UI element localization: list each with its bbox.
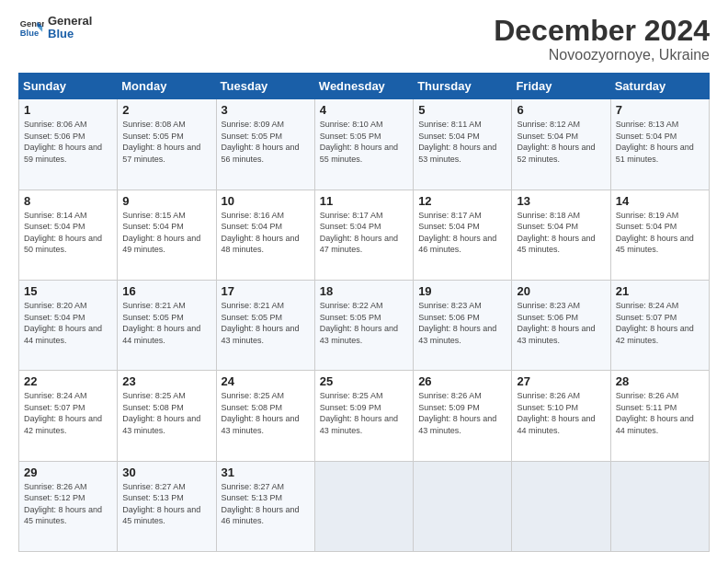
calendar-cell bbox=[512, 461, 610, 551]
day-number: 12 bbox=[418, 194, 506, 208]
day-info: Sunrise: 8:22 AMSunset: 5:05 PMDaylight:… bbox=[320, 300, 408, 346]
calendar-cell: 16Sunrise: 8:21 AMSunset: 5:05 PMDayligh… bbox=[118, 280, 216, 370]
day-info: Sunrise: 8:26 AMSunset: 5:12 PMDaylight:… bbox=[24, 481, 112, 527]
calendar-cell: 13Sunrise: 8:18 AMSunset: 5:04 PMDayligh… bbox=[512, 190, 610, 280]
calendar-cell: 4Sunrise: 8:10 AMSunset: 5:05 PMDaylight… bbox=[314, 99, 413, 190]
day-info: Sunrise: 8:21 AMSunset: 5:05 PMDaylight:… bbox=[122, 300, 210, 346]
calendar-cell: 19Sunrise: 8:23 AMSunset: 5:06 PMDayligh… bbox=[414, 280, 512, 370]
day-number: 3 bbox=[222, 103, 310, 117]
calendar-cell: 26Sunrise: 8:26 AMSunset: 5:09 PMDayligh… bbox=[414, 371, 512, 461]
day-info: Sunrise: 8:06 AMSunset: 5:06 PMDaylight:… bbox=[24, 119, 112, 165]
calendar-cell: 25Sunrise: 8:25 AMSunset: 5:09 PMDayligh… bbox=[314, 371, 413, 461]
logo: General Blue General Blue bbox=[18, 15, 92, 41]
day-number: 7 bbox=[616, 103, 704, 117]
calendar-week-2: 8Sunrise: 8:14 AMSunset: 5:04 PMDaylight… bbox=[19, 190, 710, 280]
day-number: 20 bbox=[517, 284, 605, 298]
calendar-cell bbox=[314, 461, 413, 551]
day-info: Sunrise: 8:21 AMSunset: 5:05 PMDaylight:… bbox=[222, 300, 310, 346]
calendar-cell bbox=[610, 461, 709, 551]
svg-text:Blue: Blue bbox=[20, 29, 39, 39]
day-info: Sunrise: 8:12 AMSunset: 5:04 PMDaylight:… bbox=[517, 119, 605, 165]
day-info: Sunrise: 8:15 AMSunset: 5:04 PMDaylight:… bbox=[122, 210, 210, 256]
calendar-cell bbox=[414, 461, 512, 551]
calendar-cell: 28Sunrise: 8:26 AMSunset: 5:11 PMDayligh… bbox=[610, 371, 709, 461]
calendar-cell: 14Sunrise: 8:19 AMSunset: 5:04 PMDayligh… bbox=[610, 190, 709, 280]
day-number: 4 bbox=[320, 103, 408, 117]
day-info: Sunrise: 8:25 AMSunset: 5:09 PMDaylight:… bbox=[320, 390, 408, 436]
day-number: 1 bbox=[24, 103, 112, 117]
day-number: 9 bbox=[122, 194, 210, 208]
calendar-title: December 2024 bbox=[494, 15, 710, 47]
day-number: 27 bbox=[517, 374, 605, 388]
calendar-cell: 17Sunrise: 8:21 AMSunset: 5:05 PMDayligh… bbox=[216, 280, 314, 370]
header-sunday: Sunday bbox=[19, 74, 118, 99]
calendar-cell: 23Sunrise: 8:25 AMSunset: 5:08 PMDayligh… bbox=[118, 371, 216, 461]
day-number: 13 bbox=[517, 194, 605, 208]
logo-text-blue: Blue bbox=[48, 28, 92, 40]
title-block: December 2024 Novoozyornoye, Ukraine bbox=[494, 15, 710, 63]
calendar-cell: 30Sunrise: 8:27 AMSunset: 5:13 PMDayligh… bbox=[118, 461, 216, 551]
day-number: 29 bbox=[24, 465, 112, 479]
day-info: Sunrise: 8:23 AMSunset: 5:06 PMDaylight:… bbox=[517, 300, 605, 346]
calendar-week-4: 22Sunrise: 8:24 AMSunset: 5:07 PMDayligh… bbox=[19, 371, 710, 461]
day-info: Sunrise: 8:23 AMSunset: 5:06 PMDaylight:… bbox=[418, 300, 506, 346]
day-number: 8 bbox=[24, 194, 112, 208]
calendar-cell: 24Sunrise: 8:25 AMSunset: 5:08 PMDayligh… bbox=[216, 371, 314, 461]
logo-text-general: General bbox=[48, 15, 92, 28]
day-info: Sunrise: 8:24 AMSunset: 5:07 PMDaylight:… bbox=[616, 300, 704, 346]
day-number: 6 bbox=[517, 103, 605, 117]
day-info: Sunrise: 8:17 AMSunset: 5:04 PMDaylight:… bbox=[320, 210, 408, 256]
calendar-cell: 21Sunrise: 8:24 AMSunset: 5:07 PMDayligh… bbox=[610, 280, 709, 370]
calendar-cell: 15Sunrise: 8:20 AMSunset: 5:04 PMDayligh… bbox=[19, 280, 118, 370]
calendar-week-1: 1Sunrise: 8:06 AMSunset: 5:06 PMDaylight… bbox=[19, 99, 710, 190]
header-thursday: Thursday bbox=[414, 74, 512, 99]
calendar-cell: 5Sunrise: 8:11 AMSunset: 5:04 PMDaylight… bbox=[414, 99, 512, 190]
day-info: Sunrise: 8:27 AMSunset: 5:13 PMDaylight:… bbox=[222, 481, 310, 527]
calendar-header-row: SundayMondayTuesdayWednesdayThursdayFrid… bbox=[19, 74, 710, 99]
day-info: Sunrise: 8:16 AMSunset: 5:04 PMDaylight:… bbox=[222, 210, 310, 256]
day-info: Sunrise: 8:26 AMSunset: 5:09 PMDaylight:… bbox=[418, 390, 506, 436]
day-info: Sunrise: 8:19 AMSunset: 5:04 PMDaylight:… bbox=[616, 210, 704, 256]
day-number: 14 bbox=[616, 194, 704, 208]
day-info: Sunrise: 8:08 AMSunset: 5:05 PMDaylight:… bbox=[122, 119, 210, 165]
day-info: Sunrise: 8:27 AMSunset: 5:13 PMDaylight:… bbox=[122, 481, 210, 527]
calendar-cell: 3Sunrise: 8:09 AMSunset: 5:05 PMDaylight… bbox=[216, 99, 314, 190]
calendar-cell: 9Sunrise: 8:15 AMSunset: 5:04 PMDaylight… bbox=[118, 190, 216, 280]
day-info: Sunrise: 8:17 AMSunset: 5:04 PMDaylight:… bbox=[418, 210, 506, 256]
header-monday: Monday bbox=[118, 74, 216, 99]
day-number: 25 bbox=[320, 374, 408, 388]
header-friday: Friday bbox=[512, 74, 610, 99]
calendar-cell: 29Sunrise: 8:26 AMSunset: 5:12 PMDayligh… bbox=[19, 461, 118, 551]
day-info: Sunrise: 8:13 AMSunset: 5:04 PMDaylight:… bbox=[616, 119, 704, 165]
day-number: 23 bbox=[122, 374, 210, 388]
calendar-week-5: 29Sunrise: 8:26 AMSunset: 5:12 PMDayligh… bbox=[19, 461, 710, 551]
day-number: 18 bbox=[320, 284, 408, 298]
day-number: 22 bbox=[24, 374, 112, 388]
day-info: Sunrise: 8:09 AMSunset: 5:05 PMDaylight:… bbox=[222, 119, 310, 165]
calendar-cell: 8Sunrise: 8:14 AMSunset: 5:04 PMDaylight… bbox=[19, 190, 118, 280]
logo-icon: General Blue bbox=[18, 15, 44, 40]
calendar-cell: 1Sunrise: 8:06 AMSunset: 5:06 PMDaylight… bbox=[19, 99, 118, 190]
calendar-cell: 22Sunrise: 8:24 AMSunset: 5:07 PMDayligh… bbox=[19, 371, 118, 461]
day-info: Sunrise: 8:10 AMSunset: 5:05 PMDaylight:… bbox=[320, 119, 408, 165]
day-number: 10 bbox=[222, 194, 310, 208]
day-info: Sunrise: 8:18 AMSunset: 5:04 PMDaylight:… bbox=[517, 210, 605, 256]
header-wednesday: Wednesday bbox=[314, 74, 413, 99]
day-number: 19 bbox=[418, 284, 506, 298]
calendar-cell: 11Sunrise: 8:17 AMSunset: 5:04 PMDayligh… bbox=[314, 190, 413, 280]
day-number: 15 bbox=[24, 284, 112, 298]
header-tuesday: Tuesday bbox=[216, 74, 314, 99]
calendar-cell: 12Sunrise: 8:17 AMSunset: 5:04 PMDayligh… bbox=[414, 190, 512, 280]
day-info: Sunrise: 8:14 AMSunset: 5:04 PMDaylight:… bbox=[24, 210, 112, 256]
day-number: 21 bbox=[616, 284, 704, 298]
calendar-subtitle: Novoozyornoye, Ukraine bbox=[494, 47, 710, 63]
calendar-cell: 18Sunrise: 8:22 AMSunset: 5:05 PMDayligh… bbox=[314, 280, 413, 370]
calendar-cell: 7Sunrise: 8:13 AMSunset: 5:04 PMDaylight… bbox=[610, 99, 709, 190]
calendar-week-3: 15Sunrise: 8:20 AMSunset: 5:04 PMDayligh… bbox=[19, 280, 710, 370]
calendar-cell: 2Sunrise: 8:08 AMSunset: 5:05 PMDaylight… bbox=[118, 99, 216, 190]
day-info: Sunrise: 8:25 AMSunset: 5:08 PMDaylight:… bbox=[122, 390, 210, 436]
calendar-page: General Blue General Blue December 2024 … bbox=[0, 0, 728, 563]
calendar-cell: 10Sunrise: 8:16 AMSunset: 5:04 PMDayligh… bbox=[216, 190, 314, 280]
day-number: 26 bbox=[418, 374, 506, 388]
day-number: 24 bbox=[222, 374, 310, 388]
